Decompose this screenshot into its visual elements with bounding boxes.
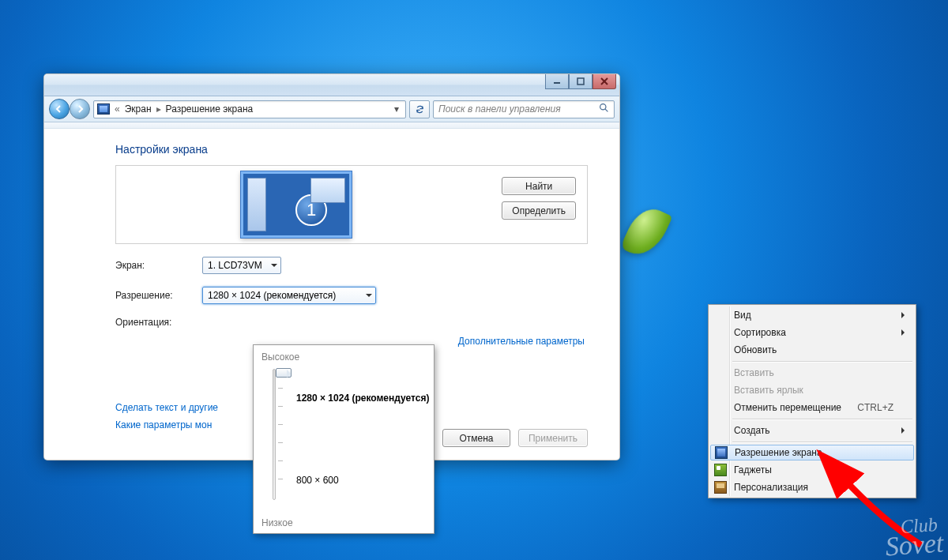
screen-icon: [715, 446, 728, 459]
ctx-create[interactable]: Создать: [710, 422, 914, 439]
breadcrumb-arrow-icon: ▸: [156, 103, 161, 115]
forward-button[interactable]: [70, 99, 90, 119]
search-placeholder: Поиск в панели управления: [438, 103, 561, 115]
submenu-arrow-icon: [901, 427, 908, 434]
watermark: Club Sovet: [884, 517, 945, 557]
ctx-personalize[interactable]: Персонализация: [710, 479, 914, 496]
ctx-paste: Вставить: [710, 364, 914, 381]
ctx-sort[interactable]: Сортировка: [710, 324, 914, 341]
navigation-bar: « Экран ▸ Разрешение экрана ▾ Поиск в па…: [44, 96, 619, 122]
resolution-slider-thumb[interactable]: [276, 368, 292, 378]
ctx-undo-move[interactable]: Отменить перемещение CTRL+Z: [710, 399, 914, 416]
breadcrumb-page[interactable]: Разрешение экрана: [166, 103, 254, 115]
resolution-combo-value: 1280 × 1024 (рекомендуется): [208, 290, 336, 301]
slider-bottom-value: 800 × 600: [296, 475, 339, 486]
identify-button[interactable]: Определить: [502, 201, 576, 220]
cancel-button[interactable]: Отмена: [442, 429, 510, 447]
resolution-slider-track[interactable]: [273, 369, 276, 500]
resolution-combo[interactable]: 1280 × 1024 (рекомендуется): [202, 287, 376, 304]
close-button[interactable]: [592, 74, 616, 89]
resolution-label: Разрешение:: [115, 290, 202, 301]
submenu-arrow-icon: [901, 329, 908, 336]
ctx-undo-shortcut: CTRL+Z: [857, 402, 893, 413]
maximize-button[interactable]: [569, 74, 592, 89]
slider-top-value: 1280 × 1024 (рекомендуется): [296, 393, 429, 404]
control-panel-icon: [97, 103, 110, 115]
desktop-context-menu: Вид Сортировка Обновить Вставить Вставит…: [708, 304, 916, 498]
submenu-arrow-icon: [901, 312, 908, 318]
back-button[interactable]: [49, 99, 70, 119]
detect-button[interactable]: Найти: [502, 177, 576, 195]
breadcrumb-root[interactable]: Экран: [125, 103, 152, 115]
ctx-view[interactable]: Вид: [710, 306, 914, 324]
address-dropdown-icon[interactable]: ▾: [391, 103, 402, 115]
display-number-badge: 1: [295, 194, 327, 226]
svg-line-5: [605, 109, 608, 111]
desktop-leaf-decoration: [620, 202, 673, 263]
ctx-gadgets[interactable]: Гаджеты: [710, 461, 914, 479]
ctx-refresh[interactable]: Обновить: [710, 341, 914, 359]
refresh-button[interactable]: [409, 100, 430, 118]
orientation-label: Ориентация:: [115, 317, 202, 328]
ctx-separator: [732, 419, 912, 419]
apply-button: Применить: [518, 429, 588, 447]
advanced-settings-link[interactable]: Дополнительные параметры: [458, 336, 585, 347]
search-input[interactable]: Поиск в панели управления: [433, 100, 615, 118]
slider-low-label: Низкое: [261, 517, 293, 528]
resolution-slider-popup: Высокое 1280 × 1024 (рекомендуется) 800 …: [253, 344, 434, 534]
display-combo[interactable]: 1. LCD73VM: [202, 257, 281, 274]
page-title: Настройки экрана: [115, 143, 588, 156]
monitor-preview[interactable]: 1: [241, 171, 352, 238]
ctx-separator: [732, 442, 912, 442]
ctx-paste-shortcut: Вставить ярлык: [710, 381, 914, 399]
display-label: Экран:: [115, 260, 202, 271]
toolbar-strip: [44, 122, 619, 129]
ctx-separator: [732, 361, 912, 362]
display-combo-value: 1. LCD73VM: [208, 260, 262, 271]
ctx-screen-resolution[interactable]: Разрешение экрана: [710, 445, 914, 460]
search-icon: [599, 103, 609, 115]
svg-rect-1: [577, 78, 584, 85]
breadcrumb-separator: «: [115, 103, 120, 115]
minimize-button[interactable]: [545, 74, 569, 89]
svg-point-4: [600, 104, 606, 110]
personalize-icon: [714, 481, 727, 494]
slider-high-label: Высокое: [261, 351, 426, 363]
gadgets-icon: [714, 464, 727, 476]
display-preview-box: 1 Найти Определить: [115, 165, 588, 244]
window-titlebar[interactable]: [44, 74, 619, 96]
address-bar[interactable]: « Экран ▸ Разрешение экрана ▾: [93, 100, 406, 118]
